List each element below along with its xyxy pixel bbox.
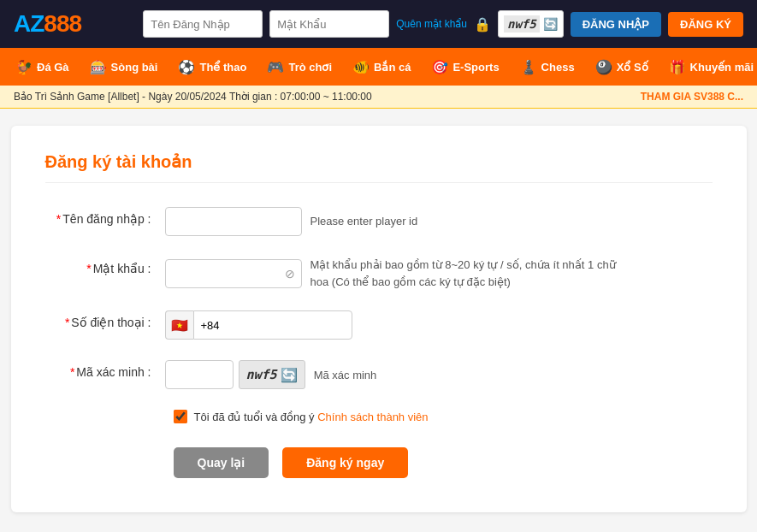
phone-label: *Số điện thoại : bbox=[45, 310, 165, 329]
xo-so-icon: 🎱 bbox=[595, 59, 612, 75]
ticker-text: Bảo Trì Sảnh Game [Allbet] - Ngày 20/05/… bbox=[14, 91, 372, 103]
login-username-input[interactable] bbox=[143, 10, 263, 38]
esports-icon: 🎯 bbox=[431, 59, 448, 75]
password-row: *Mật khẩu : ⊘ Mật khẩu phải bao gồm từ 8… bbox=[45, 257, 713, 290]
captcha-input[interactable] bbox=[165, 360, 234, 389]
terms-label: Tôi đã đủ tuổi và đồng ý Chính sách thàn… bbox=[194, 411, 429, 423]
ban-ca-icon: 🐠 bbox=[352, 59, 370, 75]
vn-flag-icon: 🇻🇳 bbox=[171, 317, 188, 334]
back-button[interactable]: Quay lại bbox=[174, 447, 269, 478]
nav-item-tro-choi[interactable]: 🎮 Trò chơi bbox=[258, 54, 340, 80]
register-top-button[interactable]: ĐĂNG KÝ bbox=[668, 12, 743, 37]
nav-label-tro-choi: Trò chơi bbox=[288, 61, 332, 74]
nav-label-khuyen-mai: Khuyến mãi bbox=[690, 61, 754, 74]
header-inputs: Quên mật khẩu 🔒 nwf5 🔄 ĐĂNG NHẬP ĐĂNG KÝ bbox=[143, 10, 743, 38]
submit-register-button[interactable]: Đăng ký ngay bbox=[282, 447, 408, 478]
nav-label-xo-so: Xổ Số bbox=[617, 61, 648, 74]
username-input-wrap: Please enter player id bbox=[165, 207, 713, 236]
nav-label-song-bai: Sòng bài bbox=[111, 61, 158, 74]
phone-field-wrap: 🇻🇳 bbox=[165, 310, 302, 340]
login-password-input[interactable] bbox=[269, 10, 389, 38]
da-ga-icon: 🐓 bbox=[15, 59, 33, 75]
nav-item-khuyen-mai[interactable]: 🎁 Khuyến mãi bbox=[660, 54, 757, 80]
captcha-required-star: * bbox=[70, 365, 74, 379]
terms-checkbox[interactable] bbox=[174, 410, 187, 423]
header: AZ888 Quên mật khẩu 🔒 nwf5 🔄 ĐĂNG NHẬP Đ… bbox=[0, 0, 757, 48]
header-captcha-refresh-icon[interactable]: 🔄 bbox=[543, 17, 558, 31]
nav-label-da-ga: Đá Gà bbox=[37, 61, 69, 74]
form-buttons: Quay lại Đăng ký ngay bbox=[174, 447, 713, 478]
nav-item-the-thao[interactable]: ⚽ Thể thao bbox=[169, 54, 255, 80]
ticker-right-text: THAM GIA SV388 C... bbox=[641, 91, 743, 103]
username-row: *Tên đăng nhập : Please enter player id bbox=[45, 207, 713, 236]
captcha-row: *Mã xác minh : nwf5 🔄 Mã xác minh bbox=[45, 360, 713, 389]
username-label: *Tên đăng nhập : bbox=[45, 207, 165, 226]
password-field-wrap: ⊘ bbox=[165, 259, 302, 288]
logo: AZ888 bbox=[14, 10, 81, 38]
phone-required-star: * bbox=[65, 316, 69, 329]
captcha-input-wrap: nwf5 🔄 Mã xác minh bbox=[165, 360, 713, 389]
forgot-password-link[interactable]: Quên mật khẩu bbox=[396, 18, 467, 30]
form-title: Đăng ký tài khoản bbox=[45, 151, 713, 183]
main-nav: 🐓 Đá Gà 🎰 Sòng bài ⚽ Thể thao 🎮 Trò chơi… bbox=[0, 48, 757, 86]
ticker-bar: Bảo Trì Sảnh Game [Allbet] - Ngày 20/05/… bbox=[0, 86, 757, 109]
phone-input-wrap: 🇻🇳 bbox=[165, 310, 713, 340]
policy-link[interactable]: Chính sách thành viên bbox=[317, 411, 428, 423]
logo-az: AZ bbox=[14, 10, 44, 37]
captcha-field-wrap: nwf5 🔄 bbox=[165, 360, 305, 389]
login-button[interactable]: ĐĂNG NHẬP bbox=[571, 12, 661, 37]
username-required-star: * bbox=[56, 212, 61, 226]
register-username-input[interactable] bbox=[165, 207, 302, 236]
phone-row: *Số điện thoại : 🇻🇳 bbox=[45, 310, 713, 340]
tro-choi-icon: 🎮 bbox=[267, 59, 284, 75]
nav-label-the-thao: Thể thao bbox=[199, 61, 246, 74]
phone-number-input[interactable] bbox=[193, 310, 352, 340]
nav-item-ban-ca[interactable]: 🐠 Bắn cá bbox=[344, 54, 419, 80]
captcha-hint: Mã xác minh bbox=[314, 369, 377, 381]
the-thao-icon: ⚽ bbox=[178, 59, 195, 75]
nav-label-ban-ca: Bắn cá bbox=[374, 61, 411, 74]
nav-label-chess: Chess bbox=[541, 61, 575, 74]
khuyen-mai-icon: 🎁 bbox=[669, 59, 686, 75]
forgot-lock-icon: 🔒 bbox=[474, 16, 491, 33]
song-bai-icon: 🎰 bbox=[90, 59, 107, 75]
password-required-star: * bbox=[86, 262, 91, 275]
password-input-wrap: ⊘ Mật khẩu phải bao gồm từ 8~20 ký tự / … bbox=[165, 257, 713, 290]
logo-num: 888 bbox=[44, 10, 81, 37]
eye-icon[interactable]: ⊘ bbox=[285, 267, 295, 281]
captcha-refresh-icon[interactable]: 🔄 bbox=[281, 367, 298, 383]
nav-item-esports[interactable]: 🎯 E-Sports bbox=[423, 54, 507, 80]
nav-item-xo-so[interactable]: 🎱 Xổ Số bbox=[587, 54, 657, 80]
captcha-image-text: nwf5 bbox=[246, 367, 277, 382]
header-captcha-box: nwf5 🔄 bbox=[498, 10, 564, 38]
nav-label-esports: E-Sports bbox=[452, 61, 499, 74]
password-hint: Mật khẩu phải bao gồm từ 8~20 ký tự / số… bbox=[310, 257, 636, 290]
header-captcha-text: nwf5 bbox=[504, 15, 540, 33]
username-hint: Please enter player id bbox=[310, 213, 418, 230]
captcha-image: nwf5 🔄 bbox=[239, 360, 305, 389]
nav-item-song-bai[interactable]: 🎰 Sòng bài bbox=[81, 54, 167, 80]
terms-checkbox-row: Tôi đã đủ tuổi và đồng ý Chính sách thàn… bbox=[174, 410, 713, 423]
nav-item-da-ga[interactable]: 🐓 Đá Gà bbox=[7, 54, 78, 80]
nav-item-chess[interactable]: ♟️ Chess bbox=[512, 54, 583, 80]
register-form-container: Đăng ký tài khoản *Tên đăng nhập : Pleas… bbox=[11, 126, 747, 512]
password-label: *Mật khẩu : bbox=[45, 257, 165, 275]
captcha-label: *Mã xác minh : bbox=[45, 360, 165, 379]
register-password-input[interactable] bbox=[165, 259, 302, 288]
chess-icon: ♟️ bbox=[520, 59, 537, 75]
phone-country-selector[interactable]: 🇻🇳 bbox=[165, 310, 193, 340]
